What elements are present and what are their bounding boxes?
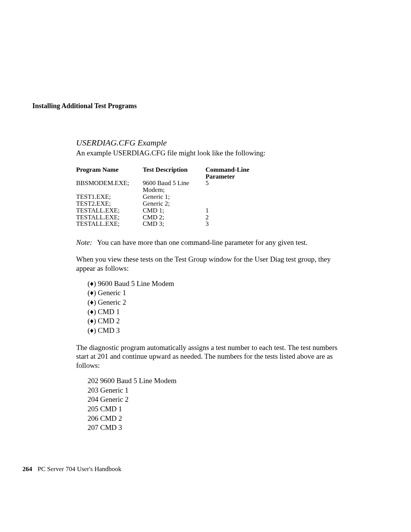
cell-param bbox=[206, 200, 263, 207]
cell-desc: CMD 3; bbox=[143, 220, 206, 227]
table-header-row-2: Parameter bbox=[76, 173, 342, 180]
cell-prog: TESTALL.EXE; bbox=[76, 207, 143, 214]
cell-prog: BBSMODEM.EXE; bbox=[76, 180, 143, 187]
cell-prog bbox=[76, 187, 143, 193]
cell-desc: CMD 2; bbox=[143, 214, 206, 221]
list-item: CMD 1 bbox=[88, 307, 342, 317]
cell-desc: CMD 1; bbox=[143, 207, 206, 214]
table-row: Modem; bbox=[76, 187, 342, 193]
paragraph: When you view these tests on the Test Gr… bbox=[76, 255, 342, 273]
th-program-name: Program Name bbox=[76, 166, 143, 173]
cell-prog: TEST2.EXE; bbox=[76, 200, 143, 207]
test-group-display-list: 9600 Baud 5 Line Modem Generic 1 Generic… bbox=[88, 279, 342, 335]
list-item: 205 CMD 1 bbox=[88, 404, 342, 414]
note-text: You can have more than one command-line … bbox=[97, 238, 342, 247]
list-item: 207 CMD 3 bbox=[88, 423, 342, 433]
cell-param: 3 bbox=[206, 220, 263, 227]
th-command-line: Command-Line bbox=[206, 166, 263, 173]
cell-prog: TESTALL.EXE; bbox=[76, 214, 143, 221]
cell-desc: Generic 2; bbox=[143, 200, 206, 207]
cell-param: 1 bbox=[206, 207, 263, 214]
table-row: BBSMODEM.EXE; 9600 Baud 5 Line 5 bbox=[76, 180, 342, 187]
list-item: CMD 2 bbox=[88, 316, 342, 326]
cell-desc: Modem; bbox=[143, 187, 206, 193]
list-item: CMD 3 bbox=[88, 326, 342, 335]
table-row: TESTALL.EXE; CMD 1; 1 bbox=[76, 207, 342, 214]
book-title: PC Server 704 User's Handbook bbox=[38, 465, 121, 473]
list-item: 206 CMD 2 bbox=[88, 414, 342, 423]
th-parameter: Parameter bbox=[206, 173, 263, 180]
running-header: Installing Additional Test Programs bbox=[32, 102, 137, 110]
th-blank bbox=[143, 173, 206, 180]
cell-param bbox=[206, 193, 263, 200]
section-intro: An example USERDIAG.CFG file might look … bbox=[76, 149, 342, 158]
list-item: Generic 1 bbox=[88, 288, 342, 298]
test-number-list: 202 9600 Baud 5 Line Modem 203 Generic 1… bbox=[88, 376, 342, 433]
config-table: Program Name Test Description Command-Li… bbox=[76, 166, 342, 228]
list-item: Generic 2 bbox=[88, 298, 342, 307]
note-label: Note: bbox=[76, 238, 97, 247]
page-content: USERDIAG.CFG Example An example USERDIAG… bbox=[76, 138, 342, 440]
cell-param: 5 bbox=[206, 180, 263, 187]
cell-param bbox=[206, 187, 263, 193]
th-blank bbox=[76, 173, 143, 180]
table-row: TEST2.EXE; Generic 2; bbox=[76, 200, 342, 207]
cell-desc: Generic 1; bbox=[143, 193, 206, 200]
page-number: 264 bbox=[22, 465, 32, 473]
cell-prog: TEST1.EXE; bbox=[76, 193, 143, 200]
section-title: USERDIAG.CFG Example bbox=[76, 138, 342, 148]
table-row: TEST1.EXE; Generic 1; bbox=[76, 193, 342, 200]
list-item: 203 Generic 1 bbox=[88, 386, 342, 395]
paragraph: The diagnostic program automatically ass… bbox=[76, 343, 342, 370]
list-item: 204 Generic 2 bbox=[88, 395, 342, 404]
cell-desc: 9600 Baud 5 Line bbox=[143, 180, 206, 187]
page-footer: 264 PC Server 704 User's Handbook bbox=[22, 465, 121, 473]
th-test-description: Test Description bbox=[143, 166, 206, 173]
list-item: 202 9600 Baud 5 Line Modem bbox=[88, 376, 342, 386]
table-row: TESTALL.EXE; CMD 2; 2 bbox=[76, 214, 342, 221]
note-block: Note: You can have more than one command… bbox=[76, 238, 342, 247]
cell-param: 2 bbox=[206, 214, 263, 221]
table-row: TESTALL.EXE; CMD 3; 3 bbox=[76, 220, 342, 227]
table-header-row: Program Name Test Description Command-Li… bbox=[76, 166, 342, 173]
list-item: 9600 Baud 5 Line Modem bbox=[88, 279, 342, 289]
cell-prog: TESTALL.EXE; bbox=[76, 220, 143, 227]
